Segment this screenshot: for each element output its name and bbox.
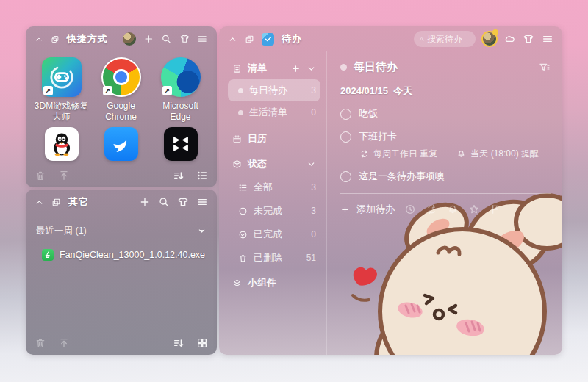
task-row[interactable]: 这是一条待办事项噢 [340,170,551,183]
repeat-icon[interactable] [426,203,437,215]
task-text: 下班打卡 [359,130,397,143]
collapse-chevron-up-icon[interactable] [35,198,44,207]
sidebar-item-incomplete[interactable]: 未完成 3 [228,200,320,222]
list-bullet [340,64,347,71]
flag-icon[interactable] [490,203,501,215]
repeat-icon [359,149,369,159]
task-row[interactable]: 吃饭 [340,107,551,120]
filter-icon[interactable] [539,62,551,73]
add-icon[interactable] [139,196,151,208]
avatar[interactable] [483,32,496,46]
add-icon[interactable] [143,33,154,45]
task-checkbox[interactable] [340,171,351,182]
3dm-game-fixer-icon: ↗ [42,57,82,97]
chrome-icon: ↗ [101,57,141,97]
file-name: FanQieClean_13000_1.0.12.40.exe [60,250,205,260]
today-badge: 今天 [393,85,412,96]
todo-search[interactable] [414,31,476,47]
move-up-icon[interactable] [58,170,70,181]
star-icon[interactable] [468,203,480,215]
list-view-icon[interactable] [196,170,208,181]
sidebar-item-life-list[interactable]: 生活清单 0 [228,101,320,123]
menu-icon[interactable] [196,196,208,208]
sidebar-section-status[interactable]: 状态 [228,153,320,175]
collapse-chevron-up-icon[interactable] [35,35,43,44]
app-label: Google Chrome [92,101,151,123]
panel-title: 其它 [68,195,89,209]
sidebar-item-daily-todo[interactable]: 每日待办 3 [228,79,320,101]
task-meta-row: 每周工作日 重复 当天 (18:00) 提醒 [359,148,551,160]
add-icon [340,205,350,215]
detach-window-icon[interactable] [51,198,61,207]
status-count: 3 [311,206,316,216]
repeat-text: 每周工作日 重复 [373,148,437,160]
app-capcut[interactable] [151,127,210,161]
todo-main: 每日待办 2024/01/15 今天 吃饭 下班打卡 [326,51,562,355]
status-label: 已完成 [254,228,282,241]
clock-icon[interactable] [404,203,416,215]
app-chrome[interactable]: ↗ Google Chrome [91,57,151,123]
todo-panel: 待办 清单 每日待办 3 [219,26,562,355]
date-row: 2024/01/15 今天 [340,84,551,98]
fanqie-clean-file-icon [42,249,54,261]
app-dingtalk[interactable] [91,127,151,161]
current-list-title: 每日待办 [354,60,398,74]
quick-option-icons [404,203,501,215]
trash-icon[interactable] [35,170,46,181]
move-up-icon[interactable] [58,337,70,349]
todo-app-icon [262,33,274,46]
other-panel-header: 其它 [26,190,217,215]
app-edge[interactable]: ↗ Microsoft Edge [151,57,210,123]
detach-window-icon[interactable] [51,35,60,44]
date-text: 2024/01/15 [340,85,388,96]
group-divider [93,231,191,231]
shortcut-arrow-badge: ↗ [43,86,53,96]
cloud-sync-icon[interactable] [503,33,515,45]
theme-shirt-icon[interactable] [523,33,534,45]
chevron-down-icon[interactable] [306,159,316,169]
search-icon[interactable] [161,33,172,45]
theme-shirt-icon[interactable] [177,196,189,208]
incomplete-circle-icon [238,206,248,216]
sidebar-item-widgets[interactable]: 小组件 [228,272,320,294]
file-item[interactable]: FanQieClean_13000_1.0.12.40.exe [42,249,207,261]
trash-icon[interactable] [35,337,46,349]
status-count: 3 [311,182,316,192]
bell-icon [456,149,466,159]
sidebar-item-completed[interactable]: 已完成 0 [228,223,320,245]
list-count: 3 [311,85,316,96]
grid-view-icon[interactable] [196,337,208,349]
add-list-icon[interactable] [291,64,301,73]
menu-icon[interactable] [197,33,208,45]
task-row[interactable]: 下班打卡 [340,130,551,143]
list-label: 生活清单 [249,106,287,119]
capcut-icon [164,127,198,161]
app-3dm[interactable]: ↗ 3DM游戏修复大师 [32,57,91,123]
bell-icon[interactable] [447,203,459,215]
avatar[interactable] [123,32,136,46]
chevron-down-icon[interactable] [306,64,316,73]
shortcut-arrow-badge: ↗ [103,86,112,96]
sidebar-item-deleted[interactable]: 已删除 51 [228,247,320,269]
sort-icon[interactable] [173,337,184,349]
task-checkbox[interactable] [340,131,351,143]
menu-icon[interactable] [542,33,553,45]
task-checkbox[interactable] [340,109,351,120]
sidebar-section-lists[interactable]: 清单 [228,57,320,79]
widgets-layers-icon [232,278,242,288]
sort-icon[interactable] [173,170,184,181]
add-todo-row[interactable]: 添加待办 [340,203,551,216]
list-bullet [238,110,243,115]
theme-shirt-icon[interactable] [179,33,190,45]
app-qq[interactable] [32,127,91,161]
search-icon[interactable] [158,196,170,208]
recent-week-group-header[interactable]: 最近一周 (1) [26,215,217,237]
search-input[interactable] [427,34,470,44]
completed-check-circle-icon [238,230,248,239]
section-label: 状态 [248,157,267,170]
section-label: 日历 [248,132,267,145]
detach-window-icon[interactable] [245,35,254,44]
sidebar-item-calendar[interactable]: 日历 [228,128,320,150]
collapse-chevron-up-icon[interactable] [228,35,237,44]
sidebar-item-all[interactable]: 全部 3 [228,176,320,198]
